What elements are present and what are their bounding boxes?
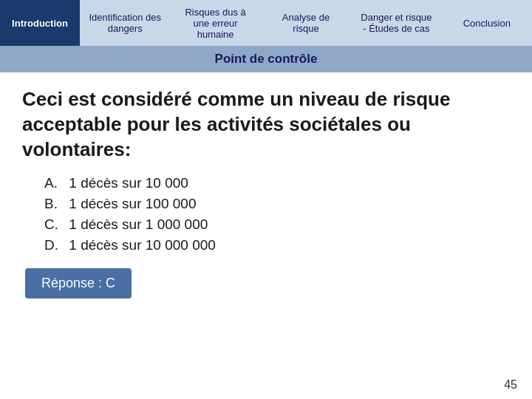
option-d: D. 1 décès sur 10 000 000 [44,237,510,253]
answer-button[interactable]: Réponse : C [25,268,132,299]
nav-bar: Introduction Identification des dangers … [0,0,532,46]
section-title: Point de contrôle [0,46,532,72]
page-number: 45 [504,378,517,392]
option-b: B. 1 décès sur 100 000 [44,196,510,212]
nav-item-risques[interactable]: Risques dus à une erreur humaine [170,0,260,46]
nav-item-introduction[interactable]: Introduction [0,0,80,46]
nav-item-analyse[interactable]: Analyse de risque [261,0,351,46]
nav-item-danger[interactable]: Danger et risque - Études de cas [351,0,441,46]
option-a: A. 1 décès sur 10 000 [44,175,510,191]
main-content: Ceci est considéré comme un niveau de ri… [0,72,532,310]
nav-item-identification[interactable]: Identification des dangers [80,0,170,46]
option-c: C. 1 décès sur 1 000 000 [44,216,510,233]
options-list: A. 1 décès sur 10 000 B. 1 décès sur 100… [44,175,510,253]
nav-item-conclusion[interactable]: Conclusion [442,0,532,46]
question-text: Ceci est considéré comme un niveau de ri… [22,87,510,162]
